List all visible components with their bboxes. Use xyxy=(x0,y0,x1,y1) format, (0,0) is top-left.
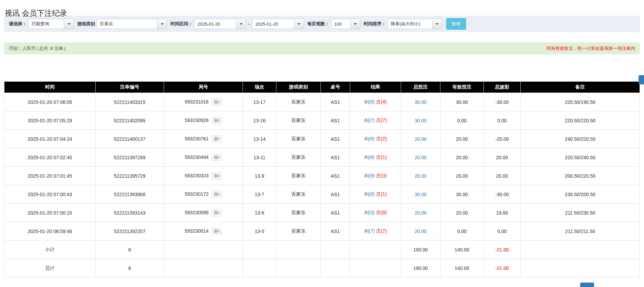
chevron-down-icon xyxy=(298,23,300,25)
page-size-dropdown-button[interactable] xyxy=(351,19,360,29)
column-header: 时间 xyxy=(4,82,96,93)
footer-label-cell: 总计 xyxy=(4,259,96,277)
game-type-cell: 百家乐 xyxy=(276,93,321,111)
replay-button[interactable] xyxy=(211,98,222,106)
time-cell: 2025-01-20 06:59:46 xyxy=(4,222,96,241)
date-from-value: 2025-01-20 xyxy=(194,19,236,29)
valid-bet-cell: 0.00 xyxy=(440,111,484,130)
table-no-cell: AS1 xyxy=(321,167,350,185)
replay-button[interactable] xyxy=(211,135,222,143)
range-separator: ~ xyxy=(248,22,250,27)
column-header: 总投注 xyxy=(401,82,440,93)
total-bet-link[interactable]: 20.00 xyxy=(414,136,426,142)
result-cell: 闲(6) 庄(2) xyxy=(350,130,401,148)
valid-bet-cell: 30.00 xyxy=(440,185,484,204)
time-cell: 2025-01-20 07:00:43 xyxy=(4,185,96,204)
total-bet-link[interactable]: 20.00 xyxy=(414,229,426,234)
sort-order-dropdown-button[interactable] xyxy=(432,19,442,29)
table-row: 2025-01-20 07:01:45522211395729593230323… xyxy=(4,167,640,185)
game-type-dropdown-button[interactable] xyxy=(157,19,167,29)
replay-button[interactable] xyxy=(211,209,222,217)
replay-button[interactable] xyxy=(211,117,222,124)
query-type-select[interactable]: 日期查询 xyxy=(28,19,74,29)
bet-id-cell: 522211403315 xyxy=(96,93,164,111)
subtotal-row: 小计8190.00140.00-21.00 xyxy=(4,241,640,259)
remark-cell: 200.50/220.50 xyxy=(521,167,640,185)
game-type-cell: 百家乐 xyxy=(276,148,321,167)
video-icon xyxy=(214,192,220,196)
result-banker: 庄(8) xyxy=(376,210,387,215)
result-player: 闲(3) xyxy=(364,210,375,215)
round-cell: 593231016 xyxy=(164,93,243,111)
footer-count-cell: 8 xyxy=(96,259,164,277)
valid-bet-cell: 20.00 xyxy=(440,148,484,167)
footer-empty-cell xyxy=(276,241,321,259)
date-from-select[interactable]: 2025-01-20 xyxy=(194,19,246,29)
replay-button[interactable] xyxy=(211,191,222,198)
replay-button[interactable] xyxy=(211,172,222,180)
total-bet-link[interactable]: 30.00 xyxy=(414,192,426,197)
total-bet-link[interactable]: 20.00 xyxy=(414,173,426,179)
round-id: 593230494 xyxy=(184,154,208,160)
footer-empty-cell xyxy=(321,241,350,259)
footer-empty-cell xyxy=(321,259,350,277)
chevron-down-icon xyxy=(354,23,357,25)
date-to-value: 2025-01-20 xyxy=(252,19,294,29)
search-button[interactable]: 查询 xyxy=(446,18,466,30)
payout-cell: 0.00 xyxy=(484,111,521,130)
remark-cell: 240.50/220.50 xyxy=(521,130,640,148)
game-type-cell: 百家乐 xyxy=(276,111,321,130)
result-banker: 庄(1) xyxy=(376,191,387,197)
round-id: 593230926 xyxy=(184,117,208,123)
footer-payout-cell: -21.00 xyxy=(484,241,521,259)
footer-empty-cell xyxy=(521,259,640,277)
chevron-down-icon xyxy=(240,23,243,25)
result-banker: 庄(1) xyxy=(376,154,387,160)
valid-bet-cell: 20.00 xyxy=(440,130,484,148)
replay-button[interactable] xyxy=(211,228,222,235)
sort-order-select[interactable]: 降幂(由大到小) xyxy=(387,19,442,29)
game-type-cell: 百家乐 xyxy=(276,130,321,148)
page-size-select[interactable]: 100 xyxy=(331,19,360,29)
footer-label-cell: 小计 xyxy=(4,241,96,259)
currency-total-text: 币别：人民币 | 总共 :8 注单 | xyxy=(9,45,66,52)
table-row: 2025-01-20 07:05:29522211402095593230926… xyxy=(4,111,640,130)
result-player: 闲(5) xyxy=(364,99,375,105)
date-from-dropdown-button[interactable] xyxy=(236,19,246,29)
total-bet-link[interactable]: 30.00 xyxy=(414,118,426,123)
right-edge-partial-button[interactable] xyxy=(639,75,644,84)
footer-total-bet-cell: 190.00 xyxy=(401,241,440,259)
result-cell: 闲(5) 庄(4) xyxy=(350,93,401,111)
footer-empty-cell xyxy=(521,241,640,259)
column-header: 有效投注 xyxy=(440,82,484,93)
result-banker: 庄(7) xyxy=(376,118,387,123)
time-cell: 2025-01-20 07:02:45 xyxy=(4,148,96,167)
total-bet-cell: 20.00 xyxy=(401,222,440,241)
bottom-partial-button[interactable] xyxy=(580,283,594,287)
query-type-dropdown-button[interactable] xyxy=(64,19,73,29)
video-icon xyxy=(214,118,220,123)
table-no-cell: AS1 xyxy=(321,130,350,148)
result-player: 闲(7) xyxy=(364,118,375,123)
table-no-cell: AS1 xyxy=(321,111,350,130)
result-cell: 闲(7) 庄(7) xyxy=(350,222,401,241)
valid-bet-cell: 20.00 xyxy=(440,204,484,222)
total-bet-link[interactable]: 30.00 xyxy=(414,99,426,105)
bet-id-cell: 522211402095 xyxy=(96,111,164,130)
total-bet-link[interactable]: 20.00 xyxy=(414,210,426,216)
video-icon xyxy=(214,137,220,141)
total-bet-cell: 30.00 xyxy=(401,93,440,111)
remark-cell: 230.50/200.50 xyxy=(521,185,640,204)
replay-button[interactable] xyxy=(211,154,222,161)
date-to-dropdown-button[interactable] xyxy=(294,19,304,29)
game-type-select[interactable]: 百家乐 xyxy=(96,19,167,29)
date-to-select[interactable]: 2025-01-20 xyxy=(252,19,304,29)
total-bet-link[interactable]: 20.00 xyxy=(414,155,426,160)
payout-cell: 20.00 xyxy=(484,148,521,167)
session-cell: 13-16 xyxy=(243,111,276,130)
round-cell: 593230926 xyxy=(164,111,243,130)
table-row: 2025-01-20 06:59:46522211392207593230014… xyxy=(4,222,640,241)
page-title: 视讯 会员下注纪录 xyxy=(4,0,640,16)
time-cell: 2025-01-20 07:00:15 xyxy=(4,204,96,222)
page-size-label: 每页笔数： xyxy=(307,21,330,27)
